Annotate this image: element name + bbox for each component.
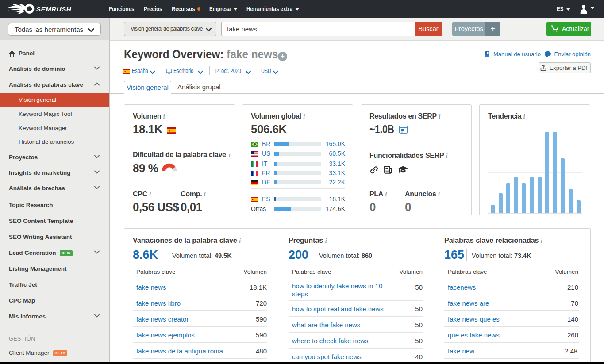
svg-text:SEMRUSH: SEMRUSH [36,5,72,13]
